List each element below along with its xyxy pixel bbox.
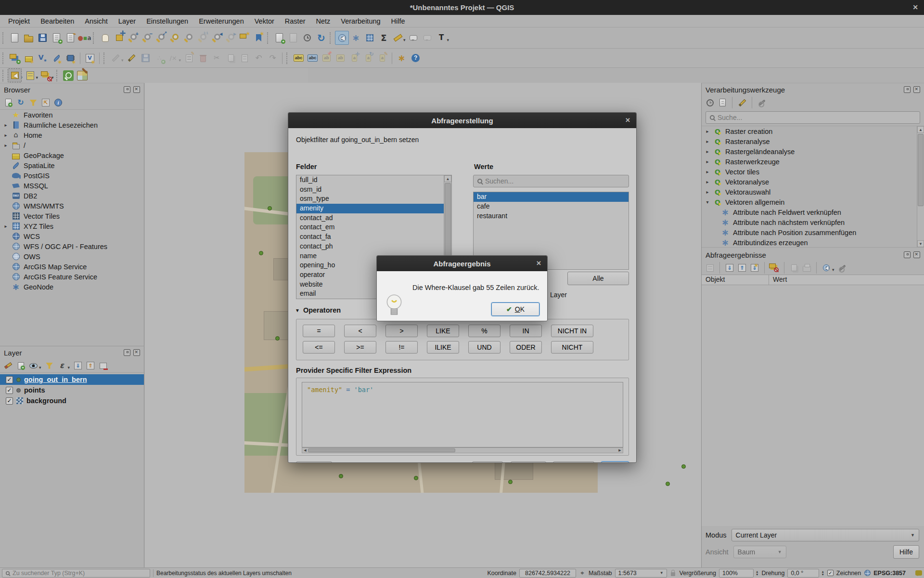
results-col-objekt[interactable]: Objekt [702, 275, 769, 285]
add-virtual-layer-icon[interactable]: V∗ [36, 51, 50, 65]
zoom-next-icon[interactable]: ▸ [224, 31, 238, 45]
op-in-button[interactable]: IN [510, 325, 542, 337]
extent-toggle-icon[interactable]: ⌖ [579, 570, 586, 577]
op-ge-button[interactable]: >= [344, 341, 376, 354]
browser-item-lesezeichen[interactable]: ▸Räumliche Lesezeichen [0, 120, 144, 130]
scroll-left-icon[interactable]: ◀ [302, 448, 308, 452]
scale-combobox[interactable]: 1:5673▼ [615, 569, 667, 578]
osm-map-edit-icon[interactable] [76, 68, 90, 82]
save-project-icon[interactable] [36, 31, 50, 45]
history-icon[interactable] [705, 97, 715, 108]
coordinate-value[interactable]: 826742,5934222 [519, 569, 576, 578]
modify-attributes-icon[interactable]: ✎ [182, 51, 196, 65]
zoom-to-layer-icon[interactable] [182, 31, 196, 45]
browser-filter-icon[interactable] [28, 97, 38, 108]
browser-item-wfs[interactable]: WFS / OGC API - Features [0, 241, 144, 251]
expression-hscrollbar[interactable]: ◀ ▶ [302, 447, 623, 453]
layer-close-icon[interactable] [133, 349, 140, 356]
results-form-view-icon[interactable] [705, 263, 715, 273]
add-geopackage-layer-icon[interactable]: ✶ [22, 51, 36, 65]
scroll-up-icon[interactable]: ▲ [444, 175, 451, 182]
annotation-icon[interactable] [421, 31, 435, 45]
toolbar-grip[interactable] [330, 32, 333, 44]
zoom-last-icon[interactable]: ◂ [210, 31, 224, 45]
layer-item-points[interactable]: ✓ points [0, 385, 144, 395]
browser-item-vectortiles[interactable]: Vector Tiles [0, 211, 144, 221]
expand-all-icon[interactable]: ⇓ [73, 360, 83, 371]
menu-bearbeiten[interactable]: Bearbeiten [35, 16, 79, 26]
select-features-icon[interactable] [8, 68, 22, 82]
field-item[interactable]: full_id [296, 175, 451, 185]
browser-item-root[interactable]: ▸/ [0, 140, 144, 150]
current-edits-dropdown-icon[interactable]: ▾ [121, 58, 124, 63]
browser-collapse-all-icon[interactable]: ⇱ [40, 97, 51, 108]
undo-icon[interactable]: ↶ [252, 51, 266, 65]
remove-layer-icon[interactable] [98, 360, 108, 371]
toolbar-grip[interactable] [267, 32, 270, 44]
field-item[interactable]: contact_fa [296, 232, 451, 242]
browser-item-geopackage[interactable]: GeoPackage [0, 150, 144, 160]
select-by-form-icon[interactable] [24, 68, 38, 82]
layer-item-going-out-in-bern[interactable]: ✓ going_out_in_bern [0, 374, 144, 385]
field-item[interactable]: contact_ph [296, 242, 451, 251]
open-project-icon[interactable] [22, 31, 36, 45]
menu-layer[interactable]: Layer [113, 16, 141, 26]
result-ok-button[interactable]: ✔ OK [491, 302, 539, 316]
browser-item-arcgis-map[interactable]: ArcGIS Map Service [0, 262, 144, 272]
new-map-view-icon[interactable]: + [272, 31, 286, 45]
browser-item-arcgis-feature[interactable]: ArcGIS Feature Service [0, 272, 144, 282]
field-item-selected[interactable]: amenity [296, 204, 451, 213]
crs-value[interactable]: EPSG:3857 [873, 570, 906, 577]
window-close-icon[interactable]: ✕ [912, 3, 918, 11]
results-collapse-tree-icon[interactable]: ⇑ [737, 263, 747, 273]
processing-toolbox-icon[interactable]: ∗ [395, 51, 409, 65]
processing-group-raster-creation[interactable]: ▸QRaster creation [702, 126, 924, 136]
browser-properties-icon[interactable]: i [53, 97, 64, 108]
toolbar-grip[interactable] [2, 32, 5, 44]
expression-editor[interactable]: "amenity" = 'bar' [302, 382, 623, 447]
filter-expression-icon[interactable]: ε [57, 360, 67, 371]
processing-group-vectortiles[interactable]: ▸QVector tiles [702, 167, 924, 177]
field-item[interactable]: osm_id [296, 185, 451, 195]
layer-checkbox[interactable]: ✓ [6, 397, 13, 405]
processing-options-icon[interactable] [757, 97, 767, 108]
move-label-icon[interactable]: a✛ [347, 51, 361, 65]
results-expand-tree-icon[interactable]: ⇓ [724, 263, 735, 273]
highlight-pinned-labels-icon[interactable]: ab [334, 51, 347, 65]
all-button[interactable]: Alle [567, 272, 629, 285]
quickosm-search-icon[interactable] [62, 68, 76, 82]
style-manager-icon[interactable]: ●▪a [77, 31, 91, 45]
processing-search[interactable] [706, 111, 920, 124]
browser-item-wms[interactable]: WMS/WMTS [0, 201, 144, 211]
browser-add-layer-icon[interactable]: + [3, 97, 13, 108]
layer-labeling-icon[interactable]: abc [292, 51, 306, 65]
layer-item-background[interactable]: ✓ background [0, 395, 144, 406]
delete-selected-icon[interactable] [196, 51, 210, 65]
deselect-all-icon[interactable] [39, 68, 53, 82]
browser-item-ows[interactable]: OWS [0, 251, 144, 262]
processing-group-vektorauswahl[interactable]: ▸QVektorauswahl [702, 187, 924, 197]
result-dialog-close-icon[interactable]: ✕ [536, 260, 541, 267]
op-not-in-button[interactable]: NICHT IN [551, 325, 593, 337]
browser-item-postgis[interactable]: PostGIS [0, 171, 144, 181]
browser-refresh-icon[interactable]: ↻ [15, 97, 26, 108]
magnifier-spinner[interactable]: ▲▼ [756, 570, 758, 576]
value-item[interactable]: restaurant [474, 211, 629, 221]
browser-item-wcs[interactable]: WCS [0, 231, 144, 241]
render-checkbox[interactable]: ✓ [827, 570, 834, 576]
menu-projekt[interactable]: Projekt [3, 16, 35, 26]
messages-icon[interactable] [915, 570, 922, 577]
op-oder-button[interactable]: ODER [510, 341, 542, 354]
browser-item-db2[interactable]: DB2DB2 [0, 191, 144, 201]
add-spatialite-layer-icon[interactable]: ✶ [50, 51, 64, 65]
toolbar-grip[interactable] [2, 70, 5, 81]
op-eq-button[interactable]: = [303, 325, 335, 337]
browser-item-mssql[interactable]: MSSQL [0, 181, 144, 191]
op-ne-button[interactable]: != [385, 341, 418, 354]
processing-group-rasteranalyse[interactable]: ▸QRasteranalyse [702, 136, 924, 146]
pan-map-icon[interactable] [98, 31, 112, 45]
results-identify-mode-icon[interactable]: i [821, 263, 832, 273]
menu-ansicht[interactable]: Ansicht [79, 16, 113, 26]
identify-features-icon[interactable]: i [335, 31, 349, 45]
filter-legend-icon[interactable] [44, 360, 55, 371]
